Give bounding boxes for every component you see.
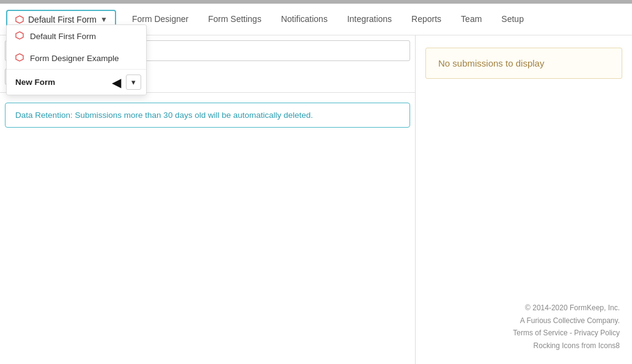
- new-form-row: New Form ◀ ▾: [7, 69, 146, 95]
- footer-links: Terms of Service - Privacy Policy: [513, 327, 620, 339]
- footer-copyright: © 2014-2020 FormKeep, Inc.: [513, 302, 620, 314]
- hex-icon-2: [15, 53, 25, 63]
- dropdown-item-default-first-form[interactable]: Default First Form: [7, 25, 146, 47]
- new-form-dropdown-btn[interactable]: ▾: [126, 75, 141, 90]
- no-submissions-box: No submissions to display: [425, 48, 622, 79]
- nav-link-form-settings[interactable]: Form Settings: [199, 4, 271, 35]
- svg-marker-2: [16, 54, 23, 61]
- svg-marker-1: [16, 32, 23, 39]
- form-selector-dropdown: Default First Form Form Designer Example…: [6, 24, 147, 95]
- hex-icon-1: [15, 31, 25, 41]
- data-retention-banner: Data Retention: Submissions more than 30…: [5, 103, 410, 128]
- hex-icon: [15, 15, 24, 24]
- nav-link-integrations[interactable]: Integrations: [337, 4, 402, 35]
- dropdown-item-form-designer-example[interactable]: Form Designer Example: [7, 47, 146, 69]
- footer-company: A Furious Collective Company.: [513, 315, 620, 327]
- terms-of-service-link[interactable]: Terms of Service: [513, 329, 567, 337]
- nav-link-notifications[interactable]: Notifications: [271, 4, 337, 35]
- chevron-down-icon: ▼: [100, 15, 108, 24]
- privacy-policy-link[interactable]: Privacy Policy: [574, 329, 620, 337]
- footer: © 2014-2020 FormKeep, Inc. A Furious Col…: [513, 302, 620, 352]
- arrow-icon: ◀: [112, 75, 121, 90]
- nav-links: Form Designer Form Settings Notification…: [122, 4, 626, 35]
- nav-link-setup[interactable]: Setup: [491, 4, 534, 35]
- nav-link-reports[interactable]: Reports: [402, 4, 451, 35]
- footer-icons-credit: Rocking Icons from Icons8: [513, 340, 620, 352]
- nav-link-team[interactable]: Team: [451, 4, 491, 35]
- form-selector-label: Default First Form: [28, 15, 97, 24]
- svg-marker-0: [16, 16, 23, 23]
- footer-separator: -: [568, 329, 575, 337]
- new-form-label: New Form: [15, 78, 107, 87]
